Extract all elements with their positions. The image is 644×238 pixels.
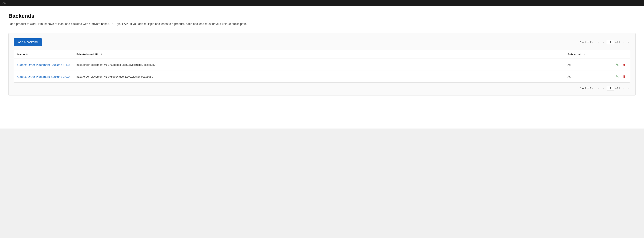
top-pagination: 1 – 2 of 2 ▾ « ‹ of 1 › » bbox=[580, 40, 630, 44]
row1-delete-button[interactable]: 🗑 bbox=[622, 62, 627, 68]
th-url: Private base URL ⇅ bbox=[76, 53, 568, 56]
top-pagination-prev-button[interactable]: ‹ bbox=[602, 40, 605, 44]
table-header: Name ⇅ Private base URL ⇅ Public path ⇅ bbox=[14, 50, 630, 59]
row2-actions-cell: ✎ 🗑 bbox=[610, 74, 627, 80]
top-pagination-next-button[interactable]: › bbox=[622, 40, 625, 44]
backends-panel: Add a backend 1 – 2 of 2 ▾ « ‹ of 1 › » … bbox=[8, 33, 636, 96]
th-name: Name ⇅ bbox=[17, 53, 76, 56]
bottom-pagination: 1 – 2 of 2 ▾ « ‹ of 1 › » bbox=[580, 86, 630, 90]
bottom-pagination-count-text: 1 – 2 of 2 bbox=[580, 87, 592, 90]
row1-name-cell: Globex Order Placement Backend 1.1.0 bbox=[17, 63, 76, 67]
top-bar: ent bbox=[0, 0, 644, 6]
backends-table: Name ⇅ Private base URL ⇅ Public path ⇅ … bbox=[14, 50, 630, 83]
row2-name-link[interactable]: Globex Order Placement Backend 2.0.0 bbox=[17, 75, 70, 78]
row2-edit-button[interactable]: ✎ bbox=[615, 74, 620, 80]
row1-url-cell: http://order-placement-v1-1-0.globex-use… bbox=[76, 63, 568, 66]
bottom-pagination-next-button[interactable]: › bbox=[622, 86, 625, 90]
row1-edit-button[interactable]: ✎ bbox=[615, 62, 620, 68]
row1-actions-cell: ✎ 🗑 bbox=[610, 62, 627, 68]
bottom-pagination-count: 1 – 2 of 2 ▾ bbox=[580, 87, 593, 90]
row2-edit-icon: ✎ bbox=[616, 75, 619, 79]
row2-path-cell: /v2 bbox=[568, 75, 610, 78]
top-pagination-first-button[interactable]: « bbox=[596, 40, 600, 44]
bottom-section bbox=[0, 129, 644, 145]
top-bar-text: ent bbox=[2, 2, 6, 5]
page-description: For a product to work, it must have at l… bbox=[8, 22, 636, 26]
row2-delete-button[interactable]: 🗑 bbox=[622, 74, 627, 80]
top-pagination-count-text: 1 – 2 of 2 bbox=[580, 41, 592, 44]
th-url-label: Private base URL bbox=[76, 53, 99, 56]
th-name-sort-icon[interactable]: ⇅ bbox=[26, 53, 28, 56]
bottom-pagination-prev-button[interactable]: ‹ bbox=[602, 86, 605, 90]
th-name-label: Name bbox=[17, 53, 25, 56]
row2-name-cell: Globex Order Placement Backend 2.0.0 bbox=[17, 75, 76, 78]
th-path: Public path ⇅ bbox=[568, 53, 610, 56]
top-pagination-of-text: of 1 bbox=[616, 41, 620, 44]
th-path-sort-icon[interactable]: ⇅ bbox=[584, 53, 585, 56]
th-url-sort-icon[interactable]: ⇅ bbox=[100, 53, 102, 56]
bottom-pagination-first-button[interactable]: « bbox=[596, 86, 600, 90]
th-path-label: Public path bbox=[568, 53, 582, 56]
bottom-pagination-page-input[interactable] bbox=[607, 86, 614, 90]
row1-path-cell: /v1 bbox=[568, 63, 610, 67]
th-actions bbox=[610, 53, 627, 56]
table-row: Globex Order Placement Backend 2.0.0 htt… bbox=[14, 71, 630, 82]
page-title: Backends bbox=[8, 13, 636, 19]
top-pagination-page-input[interactable] bbox=[607, 40, 614, 44]
table-row: Globex Order Placement Backend 1.1.0 htt… bbox=[14, 59, 630, 71]
panel-footer: 1 – 2 of 2 ▾ « ‹ of 1 › » bbox=[14, 86, 630, 90]
row2-delete-icon: 🗑 bbox=[622, 75, 626, 79]
bottom-pagination-last-button[interactable]: » bbox=[626, 86, 630, 90]
panel-toolbar: Add a backend 1 – 2 of 2 ▾ « ‹ of 1 › » bbox=[14, 38, 630, 46]
top-pagination-count: 1 – 2 of 2 ▾ bbox=[580, 41, 593, 44]
row1-name-link[interactable]: Globex Order Placement Backend 1.1.0 bbox=[17, 63, 70, 67]
bottom-pagination-dropdown-icon[interactable]: ▾ bbox=[592, 87, 593, 89]
add-backend-button[interactable]: Add a backend bbox=[14, 38, 42, 46]
top-pagination-last-button[interactable]: » bbox=[626, 40, 630, 44]
bottom-pagination-of-text: of 1 bbox=[616, 87, 620, 90]
row1-edit-icon: ✎ bbox=[616, 63, 619, 67]
top-pagination-dropdown-icon[interactable]: ▾ bbox=[592, 41, 593, 43]
main-content: Backends For a product to work, it must … bbox=[0, 6, 644, 129]
row1-delete-icon: 🗑 bbox=[622, 63, 626, 67]
row2-url-cell: http://order-placement-v2-0.globex-user1… bbox=[76, 75, 568, 78]
